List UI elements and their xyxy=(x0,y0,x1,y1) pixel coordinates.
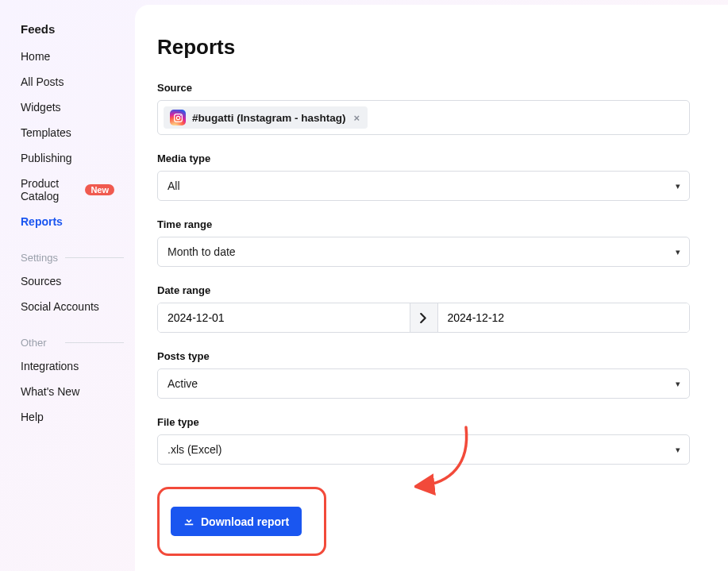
sidebar-item-all-posts[interactable]: All Posts xyxy=(0,69,135,95)
svg-point-1 xyxy=(176,116,179,119)
download-report-label: Download report xyxy=(201,515,289,528)
posts-type-select[interactable]: Active xyxy=(157,368,690,399)
svg-rect-0 xyxy=(174,114,182,122)
sidebar-item-sources[interactable]: Sources xyxy=(0,268,135,294)
sidebar-item-integrations[interactable]: Integrations xyxy=(0,353,135,379)
source-tag: #bugatti (Instagram - hashtag) × xyxy=(164,106,368,129)
sidebar-item-home[interactable]: Home xyxy=(0,44,135,69)
sidebar-item-reports[interactable]: Reports xyxy=(0,209,135,234)
sidebar-item-label: Reports xyxy=(21,215,63,228)
source-input[interactable]: #bugatti (Instagram - hashtag) × xyxy=(157,100,690,135)
sidebar-item-label: Home xyxy=(21,50,50,63)
page-title: Reports xyxy=(157,35,690,60)
sidebar-item-whats-new[interactable]: What's New xyxy=(0,379,135,404)
label-file-type: File type xyxy=(157,416,690,428)
badge-new: New xyxy=(85,184,114,195)
sidebar-item-label: What's New xyxy=(21,385,79,398)
sidebar-section-settings: Settings xyxy=(0,252,135,268)
date-end-input[interactable] xyxy=(438,303,690,332)
download-report-button[interactable]: Download report xyxy=(171,507,302,536)
source-tag-text: #bugatti (Instagram - hashtag) xyxy=(192,112,346,124)
sidebar-item-templates[interactable]: Templates xyxy=(0,120,135,145)
main-panel: Reports Source #bugatti (Instagram - has… xyxy=(135,5,728,571)
sidebar-item-label: Help xyxy=(21,411,44,423)
date-range-row xyxy=(157,303,690,333)
label-posts-type: Posts type xyxy=(157,350,690,362)
label-source: Source xyxy=(157,82,690,94)
sidebar-item-social-accounts[interactable]: Social Accounts xyxy=(0,294,135,319)
media-type-select[interactable]: All xyxy=(157,171,690,201)
instagram-icon xyxy=(170,110,186,125)
field-time-range: Time range Month to date xyxy=(157,218,690,267)
field-file-type: File type .xls (Excel) xyxy=(157,416,690,465)
close-icon[interactable]: × xyxy=(352,112,362,124)
sidebar-item-label: Sources xyxy=(21,275,61,287)
field-media-type: Media type All xyxy=(157,152,690,201)
label-media-type: Media type xyxy=(157,152,690,164)
field-source: Source #bugatti (Instagram - hashtag) × xyxy=(157,82,690,135)
sidebar-item-label: Product Catalog xyxy=(21,177,81,203)
sidebar-item-label: Social Accounts xyxy=(21,300,99,313)
date-start-input[interactable] xyxy=(158,303,410,332)
label-date-range: Date range xyxy=(157,284,690,296)
sidebar-item-label: Publishing xyxy=(21,152,72,164)
download-icon xyxy=(183,515,195,528)
time-range-select[interactable]: Month to date xyxy=(157,237,690,267)
chevron-right-icon xyxy=(410,303,438,332)
field-date-range: Date range xyxy=(157,284,690,333)
sidebar-section-other: Other xyxy=(0,337,135,353)
sidebar-item-label: Templates xyxy=(21,126,71,139)
sidebar-item-label: All Posts xyxy=(21,75,64,88)
sidebar-item-product-catalog[interactable]: Product Catalog New xyxy=(0,171,135,209)
file-type-select[interactable]: .xls (Excel) xyxy=(157,434,690,465)
svg-point-2 xyxy=(179,114,180,115)
sidebar-item-widgets[interactable]: Widgets xyxy=(0,95,135,120)
sidebar-item-label: Integrations xyxy=(21,360,79,372)
sidebar-item-publishing[interactable]: Publishing xyxy=(0,145,135,171)
sidebar-item-help[interactable]: Help xyxy=(0,404,135,430)
sidebar: Feeds Home All Posts Widgets Templates P… xyxy=(0,0,135,571)
field-posts-type: Posts type Active xyxy=(157,350,690,399)
sidebar-item-label: Widgets xyxy=(21,101,61,114)
sidebar-heading: Feeds xyxy=(0,8,135,44)
annotation-highlight: Download report xyxy=(157,487,326,556)
label-time-range: Time range xyxy=(157,218,690,230)
